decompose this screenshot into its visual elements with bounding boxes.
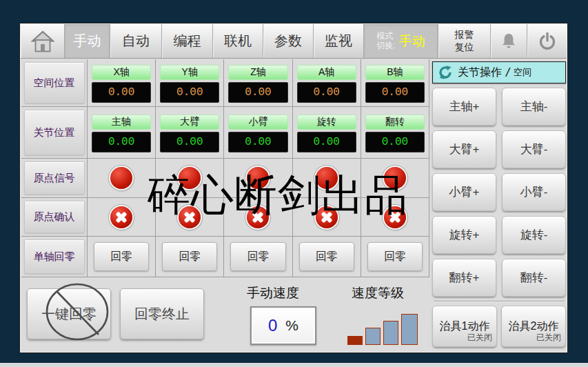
mode-switch-button[interactable]: 模式 切换: 手动 xyxy=(364,24,438,58)
joint-position-label: 关节位置 xyxy=(24,110,85,155)
power-button[interactable] xyxy=(527,24,567,58)
right-panel-divider xyxy=(434,301,565,302)
mode-value: 手动 xyxy=(399,32,425,50)
axis-header: A轴 xyxy=(297,65,356,80)
fixture-1-status: 已关闭 xyxy=(467,332,492,344)
joint-cell-spindle: 主轴 0.00 xyxy=(88,107,156,159)
axis-value: 0.00 xyxy=(160,82,219,103)
tab-auto[interactable]: 自动 xyxy=(110,24,162,58)
axis-cell-y: Y轴 0.00 xyxy=(156,59,224,107)
alarm-reset-button[interactable]: 报警 复位 xyxy=(438,24,491,58)
tab-params[interactable]: 参数 xyxy=(263,24,314,58)
jog-flip-minus[interactable]: 翻转- xyxy=(502,259,566,297)
rotate-icon xyxy=(437,64,454,81)
fixture-2-status: 已关闭 xyxy=(536,332,561,344)
origin-signal-led-icon xyxy=(110,167,132,189)
right-panel: 关节操作 / 空间 主轴+ 主轴- 大臂+ 大臂- 小臂+ 小臂- 旋转+ 旋转… xyxy=(432,61,566,347)
jog-spindle-plus[interactable]: 主轴+ xyxy=(432,88,496,126)
origin-signal-cell xyxy=(156,159,224,198)
origin-confirm-label-cell: 原点确认 xyxy=(21,198,88,237)
origin-confirm-label: 原点确认 xyxy=(24,201,85,233)
jog-big-arm-minus[interactable]: 大臂- xyxy=(502,130,566,168)
speed-level-bar-2[interactable] xyxy=(365,328,381,345)
origin-signal-cell xyxy=(88,159,156,198)
one-key-home-button[interactable]: 一键回零 xyxy=(27,288,111,339)
axis-home-button[interactable]: 回零 xyxy=(367,242,423,271)
axis-header: 小臂 xyxy=(228,115,287,130)
axis-value: 0.00 xyxy=(92,132,151,152)
axis-cell-a: A轴 0.00 xyxy=(293,59,361,107)
axis-header: X轴 xyxy=(92,65,151,80)
tab-online[interactable]: 联机 xyxy=(213,24,263,58)
home-cell-z: 回零 xyxy=(224,237,292,277)
axis-cell-b: B轴 0.00 xyxy=(361,59,429,107)
joint-space-toggle[interactable]: 关节操作 / 空间 xyxy=(432,61,566,83)
speed-level-label: 速度等级 xyxy=(333,284,423,302)
axis-value: 0.00 xyxy=(297,132,356,152)
origin-confirm-cell xyxy=(293,198,361,237)
speed-level-bar-1[interactable] xyxy=(347,336,363,345)
axis-header: 大臂 xyxy=(160,115,219,130)
origin-signal-cell xyxy=(361,159,429,198)
axis-home-button[interactable]: 回零 xyxy=(94,242,149,271)
tab-program[interactable]: 编程 xyxy=(162,24,213,58)
jog-rotate-minus[interactable]: 旋转- xyxy=(502,216,566,254)
single-home-label: 单轴回零 xyxy=(24,239,85,274)
axis-header: 翻转 xyxy=(365,115,425,130)
joint-cell-flip: 翻转 0.00 xyxy=(361,107,429,159)
fixture-1-button[interactable]: 治具1动作 已关闭 xyxy=(432,306,497,347)
jog-spindle-minus[interactable]: 主轴- xyxy=(502,88,566,126)
jog-rotate-plus[interactable]: 旋转+ xyxy=(432,216,496,254)
axis-header: Y轴 xyxy=(160,65,219,80)
bottom-bar: 一键回零 回零终止 手动速度 0 % 速度等级 xyxy=(21,277,429,352)
speed-unit: % xyxy=(285,317,298,334)
tab-monitor[interactable]: 监视 xyxy=(314,24,364,58)
home-cell-x: 回零 xyxy=(88,237,156,277)
origin-not-confirmed-icon xyxy=(110,206,132,228)
jog-big-arm-plus[interactable]: 大臂+ xyxy=(432,130,496,168)
fixture-button-grid: 治具1动作 已关闭 治具2动作 已关闭 xyxy=(432,306,566,347)
tab-manual[interactable]: 手动 xyxy=(65,24,110,58)
origin-confirm-cell xyxy=(156,198,224,237)
manual-speed-label: 手动速度 xyxy=(228,284,318,302)
origin-signal-cell xyxy=(224,159,292,198)
axis-header: 旋转 xyxy=(297,115,356,130)
axis-value: 0.00 xyxy=(228,132,287,152)
home-cell-b: 回零 xyxy=(361,237,429,277)
origin-not-confirmed-icon xyxy=(247,206,269,228)
axis-header: Z轴 xyxy=(228,65,287,80)
speed-value: 0 xyxy=(268,316,277,335)
axis-home-button[interactable]: 回零 xyxy=(299,242,354,271)
fixture-2-button[interactable]: 治具2动作 已关闭 xyxy=(501,306,566,347)
origin-signal-cell xyxy=(293,159,361,198)
speed-level-bars[interactable] xyxy=(347,310,423,345)
origin-not-confirmed-icon xyxy=(316,206,338,228)
space-position-label-cell: 空间位置 xyxy=(21,59,88,107)
origin-not-confirmed-icon xyxy=(384,206,406,228)
axis-cell-z: Z轴 0.00 xyxy=(224,59,292,107)
jog-small-arm-minus[interactable]: 小臂- xyxy=(502,173,566,211)
origin-signal-label-cell: 原点信号 xyxy=(21,159,88,198)
jog-small-arm-plus[interactable]: 小臂+ xyxy=(432,173,496,211)
mode-switch-label: 模式 切换: xyxy=(376,32,395,51)
axis-home-button[interactable]: 回零 xyxy=(162,242,217,271)
axis-home-button[interactable]: 回零 xyxy=(230,242,285,271)
home-abort-button[interactable]: 回零终止 xyxy=(120,288,204,339)
speed-level-bar-3[interactable] xyxy=(383,321,398,345)
axis-value: 0.00 xyxy=(228,82,287,103)
joint-cell-big-arm: 大臂 0.00 xyxy=(156,107,224,159)
manual-speed-display: 0 % xyxy=(250,306,316,345)
origin-not-confirmed-icon xyxy=(179,206,201,228)
single-home-label-cell: 单轴回零 xyxy=(21,237,88,277)
alarm-bell-button[interactable] xyxy=(491,24,527,58)
toggle-secondary-label: 空间 xyxy=(514,66,531,79)
axis-value: 0.00 xyxy=(365,82,425,103)
home-button[interactable] xyxy=(21,24,65,58)
jog-button-grid: 主轴+ 主轴- 大臂+ 大臂- 小臂+ 小臂- 旋转+ 旋转- 翻转+ 翻转- xyxy=(432,88,566,297)
speed-level-bar-4[interactable] xyxy=(401,314,418,345)
position-table: 空间位置 X轴 0.00 Y轴 0.00 Z轴 0.00 A轴 0.00 B轴 … xyxy=(21,59,429,277)
origin-signal-led-icon xyxy=(247,167,269,189)
origin-signal-led-icon xyxy=(179,167,201,189)
jog-flip-plus[interactable]: 翻转+ xyxy=(432,259,496,297)
bell-icon xyxy=(499,32,518,51)
